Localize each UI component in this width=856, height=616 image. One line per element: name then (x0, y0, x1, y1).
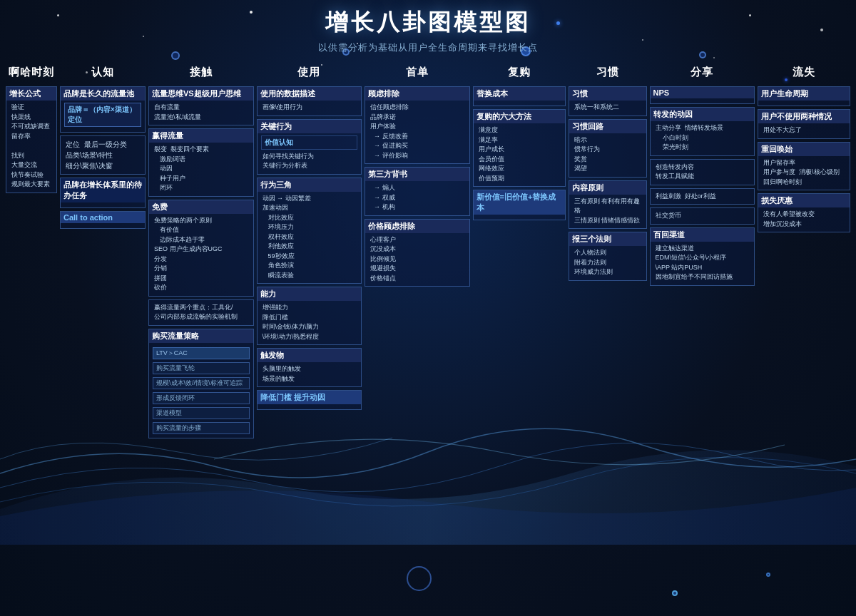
section-content-principle: 内容原则 三有原则 有利有用有趣格 三情原则 情绪情感情欲 (569, 180, 647, 230)
nps-title: NPS (651, 87, 755, 98)
cta-title: Call to action (61, 212, 145, 223)
col-header-repurchase: 复购 (473, 61, 566, 83)
third-party-title: 第三方背书 (365, 168, 469, 181)
user-lifecycle-title: 用户生命周期 (758, 87, 850, 101)
re-engage-title: 重回唤始 (758, 143, 850, 156)
re-engage-items: 用户留存率 用户参与度 消极\核心级别 回归啊哈时刻 (762, 158, 846, 188)
user-situations-items: 用处不大忘了 (762, 125, 846, 135)
loss-aversion-title: 损失厌惠 (758, 194, 850, 207)
repurchase-methods-items: 满意度 满足率 用户成长 会员价值 网络效应 价值预期 (477, 125, 561, 183)
section-concern-remove: 顾虑排除 信任顾虑排除 品牌承诺 用户体验 → 反馈改善 → 促进购买 → 评价… (365, 86, 470, 164)
value-recognition-title: 价值认知 (265, 138, 355, 148)
section-win-traffic: 赢得流量 裂变 裂变四个要素 激励词语 动因 种子用户 闭环 (148, 128, 254, 197)
switch-cost-title: 替换成本 (474, 87, 565, 101)
key-action-items: 如何寻找关键行为 关键行为分析表 (261, 152, 358, 171)
third-party-items: → 煽人 → 权威 → 机构 (369, 183, 466, 212)
section-create-content: 创造转发内容 转发工具赋能 (650, 159, 755, 185)
main-title: 增长八卦图模型图 (6, 7, 850, 38)
section-switch-cost: 替换成本 (473, 86, 566, 106)
section-brand-tasks: 定位 最后一级分类 品类\场景\特性 细分\聚焦\决窗 (60, 135, 146, 175)
columns-container: 啊哈时刻 增长公式 验证 快渠线 不可或缺调查 留存率 找到 大量交流 快节奏试… (6, 61, 850, 441)
col-header-lost: 流失 (758, 61, 850, 83)
key-action-title: 关键行为 (258, 120, 362, 133)
bottom-dot-2 (766, 573, 770, 577)
section-benefit: 利益刺激 好处or利益 (650, 188, 755, 205)
column-lost: 流失 用户生命周期 用户不使用两种情况 用处不大忘了 重回唤始 用户留存率 用户… (758, 61, 850, 441)
section-brand-growth: 品牌在增长体系里的待办任务 (60, 178, 146, 208)
section-habit: 习惯 系统一和系统二 (569, 86, 647, 116)
section-lower-threshold: 降低门槛 提升动因 (257, 390, 362, 410)
traffic-thinking-items: 自有流量 流量池\私域流量 (153, 103, 250, 122)
free-items: 免费策略的两个原则 有价值 边际成本趋于零 SEO 用户生成内容UGC 分发 分… (153, 216, 250, 293)
social-currency-text: 社交货币 (654, 211, 751, 221)
section-growth-formula: 增长公式 验证 快渠线 不可或缺调查 留存率 找到 大量交流 快节奏试验 规则最… (6, 86, 57, 193)
behavior-triangle-title: 行为三角 (258, 178, 362, 192)
repurchase-methods-title: 复购的六大方法 (474, 110, 565, 123)
formula-items: 验证 快渠线 不可或缺调查 留存率 找到 大量交流 快节奏试验 规则最大要素 (10, 103, 53, 190)
ltv-badge: LTV＞CAC (153, 347, 250, 359)
loss-aversion-items: 没有人希望被改变 增加沉没成本 (762, 210, 846, 229)
benefit-items: 利益刺激 好处or利益 (654, 192, 751, 202)
brand-growth-title: 品牌在增长体系里的待办任务 (61, 178, 145, 202)
section-three-laws: 报三个法则 个人物法则 附着力法则 环境威力法则 (569, 232, 647, 281)
column-order: 首单 顾虑排除 信任顾虑排除 品牌承诺 用户体验 → 反馈改善 → 促进购买 →… (365, 61, 470, 441)
lower-threshold-title: 降低门槛 提升动因 (258, 391, 362, 404)
trigger-items: 头脑里的触发 场景的触发 (261, 364, 358, 384)
section-price-concern: 价格顾虑排除 心理客户 沉没成本 比例倾见 规避损失 价格锚点 (365, 219, 470, 287)
bottom-circle-1 (407, 566, 432, 591)
bottom-dot-1 (672, 590, 678, 596)
concern-remove-title: 顾虑排除 (365, 87, 469, 101)
col-header-habit: 习惯 (569, 61, 647, 83)
section-title-growth: 增长公式 (6, 87, 56, 101)
section-key-action: 关键行为 价值认知 如何寻找关键行为 关键行为分析表 (257, 119, 362, 175)
section-habit-loop: 习惯回路 暗示 惯常行为 奖赏 渴望 (569, 119, 647, 178)
price-concern-items: 心理客户 沉没成本 比例倾见 规避损失 价格锚点 (369, 235, 466, 284)
col-header-share: 分享 (650, 61, 755, 83)
concern-remove-items: 信任顾虑排除 品牌承诺 用户体验 → 反馈改善 → 促进购买 → 评价影响 (369, 103, 466, 160)
column-habit: 习惯 习惯 系统一和系统二 习惯回路 暗示 惯常行为 奖赏 渴望 内容原则 (569, 61, 647, 441)
column-aha: 啊哈时刻 增长公式 验证 快渠线 不可或缺调查 留存率 找到 大量交流 快节奏试… (6, 61, 57, 441)
section-loss-aversion: 损失厌惠 没有人希望被改变 增加沉没成本 (758, 193, 850, 232)
section-buy-traffic: 购买流量策略 LTV＞CAC 购买流量飞轮 规模\成本\效//情境\标准可追踪 … (148, 329, 254, 438)
section-repurchase-methods: 复购的六大方法 满意度 满足率 用户成长 会员价值 网络效应 价值预期 (473, 109, 566, 187)
section-win-traffic-points: 赢得流量两个重点：工具化/ 公司内部形成流畅的实验机制 (148, 299, 254, 326)
habit-loop-title: 习惯回路 (569, 120, 646, 133)
section-trigger: 触发物 头脑里的触发 场景的触发 (257, 348, 362, 387)
section-cta: Call to action (60, 211, 146, 229)
section-third-party: 第三方背书 → 煽人 → 权威 → 机构 (365, 167, 470, 216)
user-situations-title: 用户不使用两种情况 (758, 110, 850, 123)
steps-badge: 购买流量的步骤 (153, 422, 250, 434)
section-free: 免费 免费策略的两个原则 有价值 边际成本趋于零 SEO 用户生成内容UGC 分… (148, 200, 254, 297)
habit-title: 习惯 (569, 87, 646, 101)
section-ability: 能力 增强能力 降低门槛 时间\金钱\体力\脑力 \环境\动力\熟悉程度 (257, 287, 362, 345)
new-value-title: 新价值=旧价值+替换成本 (474, 190, 565, 215)
section-hundred-channels: 百回渠道 建立触达渠道 EDM\短信\公众号\小程序 \APP 站内PUSH 因… (650, 227, 755, 286)
habit-items: 系统一和系统二 (573, 103, 643, 113)
section-nps: NPS (650, 86, 755, 104)
section-re-engage: 重回唤始 用户留存率 用户参与度 消极\核心级别 回归啊哈时刻 (758, 142, 850, 191)
win-traffic-points-text: 赢得流量两个重点：工具化/ 公司内部形成流畅的实验机制 (153, 303, 250, 322)
section-forward-reason: 转发的动因 主动分享 情绪转发场景 小白时刻 荣光时刻 (650, 107, 755, 156)
scale-badge: 规模\成本\效//情境\标准可追踪 (153, 377, 250, 389)
forward-reason-title: 转发的动因 (651, 108, 755, 121)
value-recognition-box: 价值认知 (261, 135, 358, 150)
ability-items: 增强能力 降低门槛 时间\金钱\体力\脑力 \环境\动力\熟悉程度 (261, 303, 358, 342)
column-use: 使用 使用的数据描述 画像\使用行为 关键行为 价值认知 如何寻找关键行为 关键… (257, 61, 362, 441)
column-share: 分享 NPS 转发的动因 主动分享 情绪转发场景 小白时刻 荣光时刻 创造转发内… (650, 61, 755, 441)
forward-reason-items: 主动分享 情绪转发场景 小白时刻 荣光时刻 (654, 123, 751, 153)
free-title: 免费 (149, 200, 253, 214)
column-touch: 接触 流量思维VS超级用户思维 自有流量 流量池\私域流量 赢得流量 裂变 裂变… (148, 61, 254, 441)
section-behavior-triangle: 行为三角 动因 → 动因繁差 加速动因 对比效应 环境压力 权杆效应 利他效应 … (257, 178, 362, 284)
column-repurchase: 复购 替换成本 复购的六大方法 满意度 满足率 用户成长 会员价值 网络效应 价… (473, 61, 566, 441)
col-header-cognition: 认知 (60, 61, 146, 83)
section-brand-pool: 品牌是长久的流量池 品牌＝（内容×渠道）定位 (60, 86, 146, 133)
section-user-lifecycle: 用户生命周期 (758, 86, 850, 106)
col-header-touch: 接触 (148, 61, 254, 83)
price-concern-title: 价格顾虑排除 (365, 220, 469, 233)
win-traffic-title: 赢得流量 (149, 129, 253, 143)
three-laws-items: 个人物法则 附着力法则 环境威力法则 (573, 248, 643, 277)
behavior-triangle-items: 动因 → 动因繁差 加速动因 对比效应 环境压力 权杆效应 利他效应 59秒效应… (261, 194, 358, 281)
col-header-aha: 啊哈时刻 (6, 61, 57, 83)
content-principle-items: 三有原则 有利有用有趣格 三情原则 情绪情感情欲 (573, 197, 643, 226)
ability-title: 能力 (258, 287, 362, 301)
